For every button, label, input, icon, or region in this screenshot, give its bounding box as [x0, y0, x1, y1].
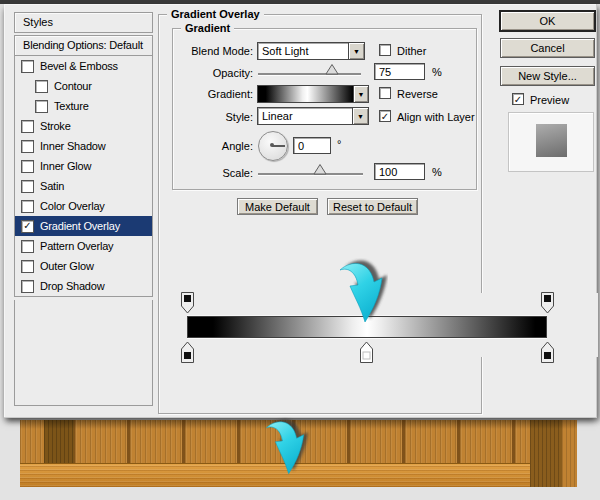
sidebar-item-label: Satin: [40, 180, 64, 192]
dither-label: Dither: [397, 45, 426, 57]
wood-dark-plank: [44, 420, 74, 463]
sidebar-item-inner-glow[interactable]: Inner Glow: [14, 156, 153, 177]
group-title: Gradient Overlay: [167, 8, 264, 20]
blend-mode-label: Blend Mode:: [160, 45, 253, 57]
sidebar-item-label: Pattern Overlay: [40, 240, 113, 252]
angle-label: Angle:: [160, 140, 253, 152]
checkbox-icon[interactable]: [35, 100, 48, 113]
align-with-layer-checkbox[interactable]: ✓: [379, 110, 391, 122]
styles-header: Styles: [14, 12, 153, 33]
scale-unit: %: [432, 166, 442, 178]
angle-center-dot: [270, 143, 274, 147]
reverse-label: Reverse: [397, 88, 438, 100]
checkbox-icon[interactable]: [21, 240, 34, 253]
ok-button[interactable]: OK: [500, 11, 595, 31]
blending-options-label: Blending Options: Default: [23, 39, 143, 51]
scale-input[interactable]: [374, 163, 425, 180]
scale-slider-track[interactable]: [258, 173, 363, 175]
sidebar-item-outer-glow[interactable]: Outer Glow: [14, 256, 153, 277]
gradient-swatch[interactable]: [257, 85, 354, 103]
checkbox-icon[interactable]: [35, 80, 48, 93]
sidebar-item-label: Inner Glow: [40, 160, 91, 172]
gradient-label: Gradient:: [160, 88, 253, 100]
scale-slider-thumb[interactable]: [313, 164, 327, 175]
sidebar-item-label: Inner Shadow: [40, 140, 105, 152]
scale-label: Scale:: [160, 167, 253, 179]
color-stop-left-black[interactable]: [181, 341, 194, 363]
chevron-down-icon[interactable]: ▼: [352, 108, 368, 124]
sidebar-item-label: Color Overlay: [40, 200, 105, 212]
sidebar-item-stroke[interactable]: Stroke: [14, 116, 153, 137]
chevron-down-icon[interactable]: ▼: [354, 86, 368, 102]
sidebar-item-satin[interactable]: Satin: [14, 176, 153, 197]
sidebar-item-texture[interactable]: Texture: [14, 96, 153, 117]
blend-mode-select[interactable]: Soft Light ▼: [257, 42, 365, 60]
checkbox-icon[interactable]: [21, 120, 34, 133]
opacity-slider-track[interactable]: [258, 73, 361, 75]
make-default-label: Make Default: [245, 201, 310, 213]
angle-dial[interactable]: [258, 131, 288, 161]
style-value: Linear: [258, 110, 352, 122]
opacity-slider-thumb[interactable]: [325, 64, 339, 75]
sidebar-item-drop-shadow[interactable]: Drop Shadow: [14, 276, 153, 297]
checkbox-icon[interactable]: [21, 260, 34, 273]
callout-arrow-icon: [336, 258, 388, 330]
cancel-button[interactable]: Cancel: [500, 38, 595, 58]
checkbox-icon[interactable]: [21, 60, 34, 73]
sidebar-item-inner-shadow[interactable]: Inner Shadow: [14, 136, 153, 157]
sidebar-item-bevel-emboss[interactable]: Bevel & Emboss: [14, 56, 153, 77]
opacity-input[interactable]: [374, 63, 425, 80]
opacity-stop-right[interactable]: [541, 292, 554, 314]
style-preview-thumbnail: [536, 124, 567, 157]
sidebar-item-blending-options[interactable]: Blending Options: Default: [14, 35, 153, 56]
style-select[interactable]: Linear ▼: [257, 107, 369, 125]
reset-to-default-label: Reset to Default: [333, 201, 412, 213]
make-default-button[interactable]: Make Default: [237, 198, 318, 215]
sidebar-filler: [14, 300, 153, 406]
sidebar-item-label: Bevel & Emboss: [40, 60, 118, 72]
angle-unit: °: [337, 138, 341, 150]
align-with-layer-label: Align with Layer: [397, 111, 475, 123]
sidebar-item-label: Drop Shadow: [40, 280, 104, 292]
cancel-label: Cancel: [530, 42, 564, 54]
sidebar-item-contour[interactable]: Contour: [14, 76, 153, 97]
dither-checkbox[interactable]: [379, 44, 391, 56]
sidebar-item-pattern-overlay[interactable]: Pattern Overlay: [14, 236, 153, 257]
style-preview-box: [508, 112, 594, 172]
sidebar-item-label: Texture: [54, 100, 89, 112]
checkbox-icon[interactable]: [21, 140, 34, 153]
color-stop-middle-white[interactable]: [360, 341, 373, 363]
reverse-checkbox[interactable]: [379, 87, 391, 99]
preview-checkbox[interactable]: ✓: [512, 93, 524, 105]
checkbox-icon[interactable]: [21, 280, 34, 293]
styles-header-label: Styles: [23, 16, 53, 28]
gradient-picker-button[interactable]: ▼: [353, 85, 369, 103]
ok-label: OK: [540, 15, 556, 27]
sidebar-item-label: Gradient Overlay: [40, 220, 120, 232]
new-style-button[interactable]: New Style...: [500, 66, 595, 86]
chevron-down-icon[interactable]: ▼: [348, 43, 364, 59]
preview-label: Preview: [530, 94, 569, 106]
angle-input[interactable]: [293, 137, 331, 154]
color-stop-right-black[interactable]: [541, 341, 554, 363]
tutorial-screenshot: Styles Blending Options: Default Bevel &…: [0, 0, 600, 500]
opacity-label: Opacity:: [160, 67, 253, 79]
sidebar-item-gradient-overlay[interactable]: ✓ Gradient Overlay: [14, 216, 153, 237]
checkbox-checked-icon[interactable]: ✓: [21, 220, 34, 233]
sidebar-item-label: Contour: [54, 80, 92, 92]
opacity-stop-left[interactable]: [181, 292, 194, 314]
checkbox-icon[interactable]: [21, 200, 34, 213]
checkbox-icon[interactable]: [21, 160, 34, 173]
blend-mode-value: Soft Light: [258, 45, 348, 57]
new-style-label: New Style...: [518, 70, 577, 82]
sidebar-item-label: Stroke: [40, 120, 71, 132]
sidebar-item-color-overlay[interactable]: Color Overlay: [14, 196, 153, 217]
checkbox-icon[interactable]: [21, 180, 34, 193]
wood-edge-plank: [562, 420, 577, 487]
opacity-unit: %: [432, 66, 442, 78]
reset-to-default-button[interactable]: Reset to Default: [327, 198, 418, 215]
callout-arrow-icon: [262, 417, 310, 481]
style-label: Style:: [160, 111, 253, 123]
sidebar-item-label: Outer Glow: [40, 260, 94, 272]
wood-dark-plank: [530, 420, 562, 487]
